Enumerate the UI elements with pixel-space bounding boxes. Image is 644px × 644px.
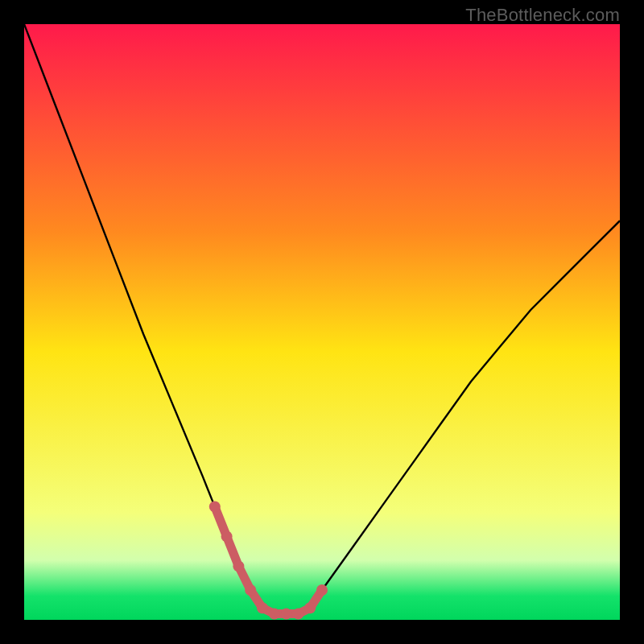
chart-frame: TheBottleneck.com (0, 0, 644, 644)
marker-dot (316, 584, 328, 596)
bottleneck-chart (24, 24, 620, 620)
marker-dot (245, 584, 256, 596)
marker-dot (281, 609, 292, 620)
plot-area (24, 24, 620, 620)
marker-dot (233, 560, 244, 572)
marker-dot (257, 602, 268, 613)
marker-dot (304, 602, 316, 613)
marker-dot (209, 501, 221, 512)
marker-dot (269, 609, 280, 620)
gradient-background (24, 24, 620, 620)
marker-dot (292, 609, 303, 620)
marker-dot (221, 530, 233, 542)
watermark-text: TheBottleneck.com (465, 5, 620, 26)
